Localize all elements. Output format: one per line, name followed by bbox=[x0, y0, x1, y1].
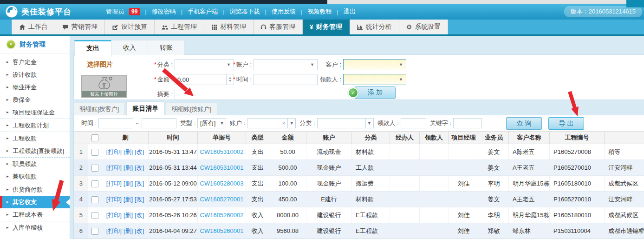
nav-tab-users[interactable]: 工程管理 bbox=[155, 20, 204, 34]
nav-tab-home[interactable]: 工作台 bbox=[12, 20, 55, 34]
export-button[interactable]: 导 出 bbox=[548, 117, 584, 130]
summary-input[interactable] bbox=[175, 89, 322, 100]
filter-keyword-input[interactable] bbox=[453, 118, 482, 128]
sidebar-item-4[interactable]: ▸项目经理保证金 bbox=[0, 106, 70, 119]
sidebar-item-10[interactable]: ▸供货商付款 bbox=[0, 183, 70, 196]
delete-link[interactable]: [删] bbox=[124, 196, 133, 203]
topmenu-item-logout[interactable]: 退出 bbox=[344, 7, 356, 16]
edit-link[interactable]: [改] bbox=[135, 180, 144, 187]
account-cell: E建行 bbox=[306, 192, 352, 207]
clear-icon[interactable]: × bbox=[282, 120, 285, 126]
doc-number-link[interactable]: CW1605260002 bbox=[200, 212, 244, 219]
edit-link[interactable]: [改] bbox=[135, 212, 144, 219]
image-upload-placeholder[interactable]: ¥ 暂未上传图片 bbox=[81, 75, 127, 98]
topmenu-item-change-password[interactable]: 修改密码 bbox=[152, 7, 176, 16]
print-link[interactable]: [打印] bbox=[106, 164, 122, 171]
sidebar-item-9[interactable]: ▸兼职领款 bbox=[0, 170, 70, 183]
search-button[interactable]: 查 询 bbox=[506, 117, 542, 130]
collapse-circle-icon[interactable]: ▼ bbox=[6, 40, 16, 49]
print-link[interactable]: [打印] bbox=[106, 180, 122, 187]
nav-tab-yen[interactable]: ¥财务管理 bbox=[303, 20, 350, 34]
sidebar-item-8[interactable]: ▸职员领款 bbox=[0, 158, 70, 170]
list-tab-2[interactable]: 明细账[按账户] bbox=[166, 103, 217, 115]
add-button[interactable]: 添 加 bbox=[355, 86, 396, 99]
row-checkbox[interactable] bbox=[91, 165, 98, 172]
choose-image-label[interactable]: 选择图片 bbox=[87, 60, 113, 69]
gear-icon: ⚙ bbox=[406, 24, 412, 30]
topmenu-item-feedback[interactable]: 使用反馈 bbox=[272, 7, 296, 16]
nav-tab-grid[interactable]: 材料管理 bbox=[204, 20, 254, 34]
delete-link[interactable]: [删] bbox=[124, 180, 133, 187]
topmenu-item-admin[interactable]: 管理员 bbox=[106, 7, 124, 16]
topmenu-item-video-tutorial[interactable]: 视频教程 bbox=[307, 7, 332, 16]
select-all-checkbox[interactable] bbox=[91, 134, 98, 141]
customer-select[interactable]: ▼ bbox=[343, 59, 406, 70]
entry-tab-2[interactable]: 转账 bbox=[148, 40, 185, 55]
sidebar-item-5[interactable]: ▸工程收款计划 bbox=[0, 119, 70, 132]
print-link[interactable]: [打印] bbox=[106, 212, 122, 219]
sidebar-item-2[interactable]: ▸物业押金 bbox=[0, 81, 70, 93]
sidebar-item-11[interactable]: ▸其它收支 bbox=[0, 196, 70, 208]
doc-number-link[interactable]: CW1605280003 bbox=[200, 180, 244, 187]
required-asterisk: * bbox=[154, 61, 156, 68]
chevron-down-icon[interactable]: ▼ bbox=[287, 119, 295, 128]
delete-link[interactable]: [删] bbox=[124, 148, 133, 155]
nav-tab-edit[interactable]: 设计预算 bbox=[105, 20, 155, 34]
sidebar-item-1[interactable]: ▸设计收款 bbox=[0, 68, 70, 81]
sidebar-item-12[interactable]: ▸工程成本表 bbox=[0, 208, 70, 221]
entry-tab-1[interactable]: 收入 bbox=[111, 40, 148, 55]
row-checkbox[interactable] bbox=[91, 180, 98, 187]
nav-tab-gear[interactable]: ⚙系统设置 bbox=[399, 20, 449, 34]
list-tab-0[interactable]: 明细账[按客户] bbox=[73, 103, 125, 115]
print-link[interactable]: [打印] bbox=[106, 148, 122, 155]
doc-number-link[interactable]: CW1605310002 bbox=[200, 148, 244, 155]
nav-tab-headset[interactable]: 客服管理 bbox=[254, 20, 303, 34]
edit-link[interactable]: [改] bbox=[135, 148, 144, 155]
delete-link[interactable]: [删] bbox=[124, 164, 133, 171]
message-count-badge[interactable]: 99 bbox=[129, 8, 140, 15]
doc-number-link[interactable]: CW1605310001 bbox=[200, 164, 244, 171]
sidebar-item-6[interactable]: ▸工程收款 bbox=[0, 132, 70, 145]
row-actions-cell: [打印][删][改] bbox=[102, 223, 149, 239]
chevron-down-icon[interactable]: ▼ bbox=[365, 119, 373, 128]
filter-category-select[interactable]: ▼ bbox=[317, 118, 374, 128]
entry-tab-0[interactable]: 支出 bbox=[74, 40, 111, 56]
delete-link[interactable]: [删] bbox=[124, 212, 133, 219]
sidebar-item-0[interactable]: ▸客户定金 bbox=[0, 56, 70, 68]
sidebar-item-13[interactable]: ▸入库单稽核 bbox=[0, 221, 70, 234]
delete-link[interactable]: [删] bbox=[124, 227, 133, 234]
doc-number-link[interactable]: CW1605270001 bbox=[200, 196, 244, 203]
doc-number-link[interactable]: CW1605260001 bbox=[200, 227, 244, 234]
column-header: 工程编号 bbox=[550, 132, 605, 144]
sidebar-header[interactable]: ▼ 财务管理 bbox=[0, 36, 70, 53]
row-checkbox[interactable] bbox=[91, 196, 98, 203]
row-checkbox[interactable] bbox=[91, 149, 98, 156]
filter-account-combo[interactable]: ×▼ bbox=[247, 118, 296, 128]
filter-payee-input[interactable] bbox=[401, 118, 426, 128]
caret-right-icon: ▸ bbox=[7, 183, 9, 196]
edit-link[interactable]: [改] bbox=[135, 164, 144, 171]
sidebar-item-7[interactable]: ▸工程领款[直接领款] bbox=[0, 145, 70, 158]
chevron-down-icon[interactable]: ▼ bbox=[218, 119, 226, 128]
list-tab-1[interactable]: 账目清单 bbox=[126, 101, 164, 116]
row-checkbox[interactable] bbox=[91, 212, 98, 219]
filter-time-to-input[interactable] bbox=[142, 118, 176, 128]
row-checkbox[interactable] bbox=[91, 228, 98, 235]
filter-type-select[interactable]: [所有]▼ bbox=[197, 118, 226, 128]
nav-tab-chart[interactable]: 统计分析 bbox=[350, 20, 399, 34]
filter-time-from-input[interactable] bbox=[98, 118, 133, 128]
category-select[interactable]: ▼ bbox=[175, 59, 234, 70]
time-input[interactable] bbox=[254, 74, 318, 85]
print-link[interactable]: [打印] bbox=[106, 196, 122, 203]
amount-input[interactable]: 0.00▲▼ bbox=[175, 74, 234, 85]
topmenu-item-browser-download[interactable]: 浏览器下载 bbox=[230, 7, 260, 16]
edit-link[interactable]: [改] bbox=[135, 196, 144, 203]
table-row: 3[打印][删][改]2016-05-12 09:00CW1605280003支… bbox=[74, 176, 644, 192]
payee-select[interactable]: ▼ bbox=[343, 74, 406, 85]
edit-link[interactable]: [改] bbox=[135, 227, 144, 234]
account-select[interactable]: ▼ bbox=[254, 59, 318, 70]
nav-tab-chat[interactable]: 营销管理 bbox=[55, 20, 105, 34]
print-link[interactable]: [打印] bbox=[106, 227, 122, 234]
topmenu-item-mobile-client[interactable]: 手机客户端 bbox=[188, 7, 218, 16]
sidebar-item-3[interactable]: ▸质保金 bbox=[0, 93, 70, 106]
